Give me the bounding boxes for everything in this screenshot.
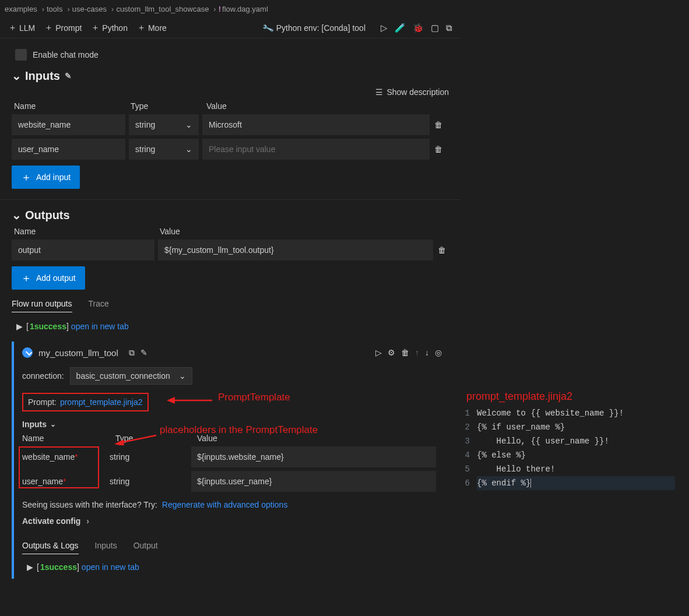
show-description-toggle[interactable]: Show description [386, 87, 449, 97]
connection-select[interactable]: basic_custom_connection ⌄ [70, 367, 192, 385]
python-env-button[interactable]: 🔧Python env: [Conda] tool [263, 23, 365, 33]
add-output-button[interactable]: ＋ Add output [12, 266, 85, 290]
triangle-right-icon[interactable]: ▶ [16, 322, 23, 331]
edit-icon[interactable]: ✎ [140, 348, 147, 357]
wrench-icon: 🔧 [261, 22, 273, 34]
code-editor[interactable]: 1Welcome to {{ website_name }}! 2{% if u… [460, 406, 689, 490]
node-input-type: string [110, 477, 191, 486]
open-new-tab-link[interactable]: open in new tab [82, 562, 139, 572]
label: Python [102, 23, 128, 33]
input-name-field[interactable]: website_name [12, 114, 125, 135]
chevron-right-icon: › [111, 5, 114, 13]
node-input-value-field[interactable]: ${inputs.user_name} [191, 471, 436, 492]
chevron-down-icon[interactable]: ⌄ [12, 208, 22, 222]
col-name-header: Name [14, 227, 160, 236]
col-type-header: Type [131, 101, 206, 111]
triangle-right-icon[interactable]: ▶ [27, 562, 33, 572]
col-name-header: Name [14, 101, 131, 111]
label: More [148, 23, 167, 33]
input-value-field[interactable]: Microsoft [202, 114, 430, 135]
plus-icon: ＋ [21, 271, 31, 285]
node-input-type: string [110, 452, 191, 462]
activate-config-toggle[interactable]: Activate config › [22, 516, 442, 526]
col-value-header: Value [206, 101, 449, 111]
prompt-file-link[interactable]: prompt_template.jinja2 [60, 397, 143, 407]
tab-trace[interactable]: Trace [89, 299, 109, 312]
settings-icon[interactable]: ⚙ [388, 348, 395, 357]
breadcrumb-item[interactable]: tools [47, 5, 62, 13]
chevron-down-icon: ⌄ [179, 371, 186, 381]
svg-line-2 [119, 435, 156, 443]
chevron-down-icon[interactable]: ⌄ [12, 69, 22, 83]
trash-icon[interactable]: 🗑 [401, 348, 409, 357]
trash-icon[interactable]: 🗑 [438, 245, 446, 255]
chevron-right-icon: › [42, 5, 44, 13]
enable-chat-checkbox[interactable] [15, 49, 27, 61]
arrow-annotation [113, 434, 157, 445]
outputs-title: Outputs [25, 209, 70, 222]
tab-outputs-logs[interactable]: Outputs & Logs [22, 541, 79, 554]
tab-inputs[interactable]: Inputs [95, 541, 117, 554]
breadcrumb-item[interactable]: custom_llm_tool_showcase [116, 5, 209, 13]
label: LLM [19, 23, 35, 33]
chevron-down-icon: ⌄ [185, 145, 192, 154]
env-label: Python env: [Conda] tool [276, 23, 365, 33]
toolbar: ＋LLM ＋Prompt ＋Python ＋More 🔧Python env: … [0, 17, 460, 38]
run-count: 1 [30, 322, 34, 331]
trash-icon[interactable]: 🗑 [434, 120, 442, 129]
input-value-field[interactable]: Please input value [202, 139, 430, 160]
edit-icon[interactable]: ✎ [65, 71, 72, 80]
target-icon[interactable]: ◎ [435, 348, 442, 357]
add-prompt-button[interactable]: ＋Prompt [44, 22, 82, 33]
add-input-label: Add input [36, 173, 71, 182]
play-icon[interactable]: ▷ [375, 348, 382, 357]
label: Prompt [55, 23, 82, 33]
input-type-select[interactable]: string⌄ [129, 114, 199, 135]
output-name-field[interactable]: output [12, 240, 154, 261]
external-link-icon[interactable]: ⧉ [446, 23, 452, 33]
breadcrumb: examples › tools › use-cases › custom_ll… [0, 0, 460, 17]
prompt-box[interactable]: Prompt: prompt_template.jinja2 [22, 393, 149, 411]
plus-icon: ＋ [21, 170, 31, 184]
breadcrumb-file[interactable]: flow.dag.yaml [222, 5, 268, 13]
tab-output[interactable]: Output [133, 541, 158, 554]
regenerate-link[interactable]: Regenerate with advanced options [162, 500, 288, 509]
add-llm-button[interactable]: ＋LLM [8, 22, 35, 33]
arrow-up-icon[interactable]: ↑ [415, 348, 419, 357]
trash-icon[interactable]: 🗑 [434, 145, 442, 154]
chevron-right-icon: › [67, 5, 69, 13]
add-python-button[interactable]: ＋Python [91, 22, 128, 33]
copy-icon[interactable]: ⧉ [129, 348, 135, 358]
inputs-title: Inputs [25, 69, 60, 83]
run-count: 1 [40, 562, 45, 572]
add-more-button[interactable]: ＋More [137, 22, 167, 33]
test-icon[interactable]: 🧪 [395, 23, 406, 33]
debug-icon[interactable]: 🐞 [413, 23, 424, 33]
layout-icon[interactable]: ▢ [431, 23, 439, 33]
input-name-field[interactable]: user_name [12, 139, 125, 160]
add-output-label: Add output [36, 273, 76, 283]
tab-flow-run-outputs[interactable]: Flow run outputs [12, 299, 72, 312]
output-value-field[interactable]: ${my_custom_llm_tool.output} [158, 240, 433, 261]
arrow-down-icon[interactable]: ↓ [425, 348, 429, 357]
editor-title: prompt_template.jinja2 [466, 390, 689, 403]
add-input-button[interactable]: ＋ Add input [12, 166, 80, 189]
breadcrumb-item[interactable]: use-cases [72, 5, 107, 13]
input-type-select[interactable]: string⌄ [129, 139, 199, 160]
text-cursor [530, 478, 531, 488]
connection-label: connection: [22, 371, 64, 381]
issue-text: Seeing issues with the interface? Try: [22, 500, 160, 509]
breadcrumb-item[interactable]: examples [5, 5, 37, 13]
annotation-prompt-template: PromptTemplate [218, 392, 290, 403]
enable-chat-label: Enable chat mode [33, 50, 99, 59]
node-title: my_custom_llm_tool [38, 348, 118, 358]
menu-icon[interactable]: ☰ [375, 87, 383, 97]
play-icon[interactable]: ▷ [381, 23, 388, 33]
node-input-value-field[interactable]: ${inputs.website_name} [191, 446, 436, 467]
annotation-placeholders: placeholders in the PromptTemplate [160, 424, 318, 436]
col-name-header: Name [22, 434, 115, 443]
arrow-annotation [167, 396, 213, 404]
chevron-down-icon: ⌄ [185, 120, 192, 129]
open-new-tab-link[interactable]: open in new tab [71, 322, 129, 331]
bang-icon: ! [219, 5, 221, 13]
